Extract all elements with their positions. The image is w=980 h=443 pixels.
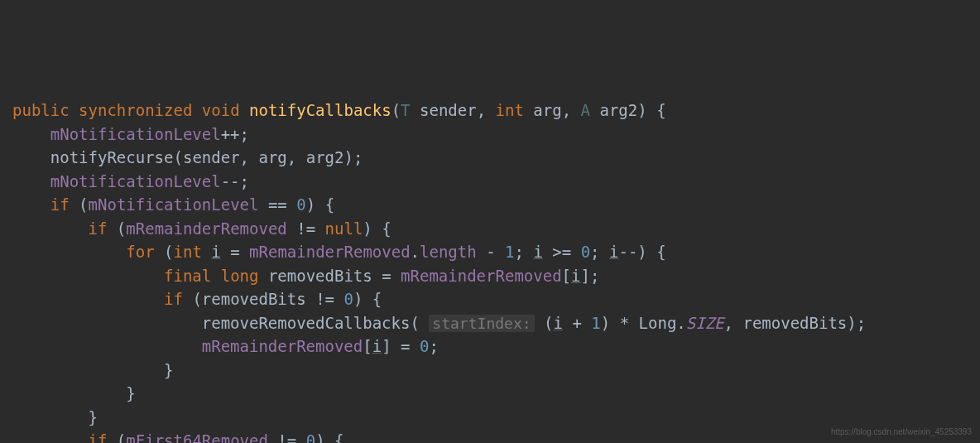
bracket: [ — [562, 267, 571, 285]
number-one: 1 — [591, 314, 600, 332]
number-zero: 0 — [343, 290, 353, 308]
paren: ( — [192, 290, 201, 308]
keyword-if: if — [50, 195, 70, 214]
param-hint-start-index: startIndex: — [429, 315, 534, 332]
op-plus: + — [572, 314, 581, 332]
op-inc: ++ — [221, 125, 240, 143]
paren: ) — [637, 243, 646, 261]
field-remainder-removed: mRemainderRemoved — [202, 337, 363, 355]
brace: { — [656, 243, 665, 261]
semicolon: ; — [590, 243, 599, 261]
keyword-if: if — [89, 219, 108, 238]
brace: { — [382, 219, 391, 238]
field-notification-level: mNotificationLevel — [50, 172, 221, 190]
number-zero: 0 — [581, 243, 590, 261]
keyword-null: null — [325, 219, 363, 238]
bracket: ]; — [580, 267, 599, 285]
keyword-int: int — [174, 243, 202, 261]
semicolon: ; — [429, 337, 438, 355]
op-minus: - — [486, 243, 495, 261]
param-sender: sender — [420, 101, 477, 119]
brace: } — [126, 384, 135, 402]
keyword-void: void — [202, 101, 240, 119]
method-name: notifyCallbacks — [249, 101, 392, 119]
bracket: [ — [363, 337, 372, 355]
keyword-final: final — [164, 267, 211, 285]
var-i: i — [533, 243, 542, 261]
op-dec: -- — [618, 243, 637, 261]
field-notification-level: mNotificationLevel — [50, 125, 221, 143]
generic-type-t: T — [401, 101, 410, 119]
brace: } — [164, 361, 173, 379]
field-notification-level: mNotificationLevel — [89, 195, 259, 214]
field-remainder-removed: mRemainderRemoved — [126, 219, 286, 238]
semicolon: ; — [240, 125, 249, 143]
code-block: public synchronized void notifyCallbacks… — [12, 99, 968, 443]
paren-close: ) — [637, 101, 646, 119]
keyword-if: if — [89, 431, 108, 443]
dot: . — [411, 243, 420, 261]
keyword-public: public — [12, 101, 70, 119]
arg-sender: sender — [183, 148, 240, 166]
op-assign: = — [230, 243, 239, 261]
brace: { — [334, 431, 343, 443]
number-zero: 0 — [420, 337, 429, 355]
watermark: https://blog.csdn.net/weixin_45253393 — [831, 426, 972, 438]
comma: , — [240, 148, 249, 166]
param-arg2: arg2 — [599, 101, 637, 119]
generic-type-a: A — [581, 101, 590, 119]
keyword-long: long — [221, 267, 259, 285]
brace: { — [325, 195, 334, 214]
paren: ( — [544, 314, 553, 332]
field-remainder-removed: mRemainderRemoved — [249, 243, 410, 261]
keyword-int: int — [496, 101, 524, 119]
number-zero: 0 — [306, 431, 315, 443]
op-neq: != — [315, 290, 334, 308]
var-i: i — [372, 337, 382, 355]
paren: ) — [363, 219, 372, 238]
op-neq: != — [277, 431, 296, 443]
paren: ( — [410, 314, 419, 332]
op-dec: -- — [221, 172, 240, 190]
var-removed-bits: removedBits — [742, 314, 847, 332]
brace: { — [656, 101, 665, 119]
arg-arg: arg — [258, 148, 286, 166]
keyword-if: if — [164, 290, 183, 308]
brace: } — [89, 408, 98, 426]
keyword-synchronized: synchronized — [79, 101, 192, 119]
field-remainder-removed: mRemainderRemoved — [401, 267, 561, 285]
semicolon: ; — [514, 243, 523, 261]
method-call: removeRemovedCallbacks — [202, 314, 411, 332]
number-zero: 0 — [296, 195, 305, 214]
op-mult: * — [620, 314, 629, 332]
paren: ( — [117, 219, 126, 238]
var-removed-bits: removedBits — [268, 267, 372, 285]
comma: , — [287, 148, 296, 166]
var-i: i — [553, 314, 562, 332]
op-assign: = — [382, 267, 391, 285]
paren: ) — [315, 431, 324, 443]
paren: ( — [117, 431, 126, 443]
paren: ( — [79, 195, 88, 214]
paren: ) — [601, 314, 610, 332]
comma: , — [477, 101, 486, 119]
op-assign: = — [401, 337, 410, 355]
brace: { — [372, 290, 382, 308]
class-long: Long — [639, 314, 677, 332]
static-size: SIZE — [686, 314, 724, 332]
semicolon: ; — [240, 172, 249, 190]
var-i: i — [571, 267, 580, 285]
number-one: 1 — [505, 243, 514, 261]
var-removed-bits: removedBits — [202, 290, 306, 308]
op-eq: == — [268, 195, 287, 214]
paren: ); — [847, 314, 866, 332]
paren: ( — [173, 148, 182, 166]
comma: , — [562, 101, 571, 119]
dot: . — [676, 314, 685, 332]
var-i: i — [211, 243, 220, 261]
paren: ) — [306, 195, 315, 214]
arg-arg2: arg2 — [306, 148, 344, 166]
bracket: ] — [382, 337, 391, 355]
op-neq: != — [296, 219, 315, 238]
paren: ); — [343, 148, 363, 166]
